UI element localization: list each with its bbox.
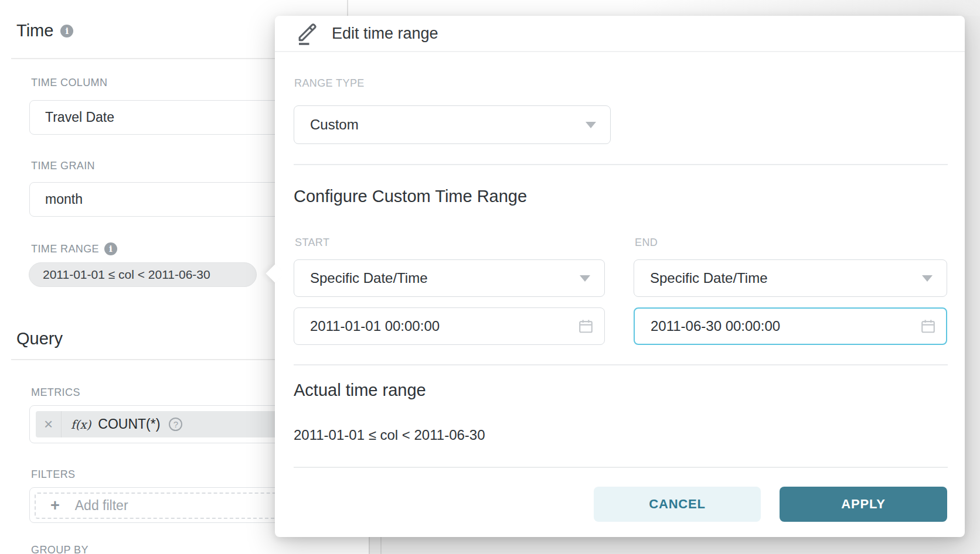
time-range-label-text: TIME RANGE	[31, 243, 99, 255]
modal-title: Edit time range	[332, 25, 438, 43]
modal-section-divider	[294, 364, 948, 365]
start-label: START	[295, 237, 329, 249]
cancel-button[interactable]: CANCEL	[594, 487, 761, 522]
remove-metric-icon[interactable]: ×	[36, 411, 62, 437]
time-range-pill-value: 2011-01-01 ≤ col < 2011-06-30	[43, 268, 210, 282]
filters-label: FILTERS	[31, 468, 75, 481]
panel-separator	[347, 0, 348, 16]
info-icon[interactable]: i	[104, 242, 117, 255]
actual-time-range-value: 2011-01-01 ≤ col < 2011-06-30	[294, 427, 485, 443]
modal-section-divider	[294, 164, 948, 165]
configure-heading: Configure Custom Time Range	[294, 187, 527, 206]
plus-icon: +	[50, 497, 60, 515]
function-icon: f(x)	[71, 418, 91, 432]
chevron-down-icon	[586, 122, 596, 128]
chevron-down-icon	[580, 275, 590, 282]
query-section-title: Query	[16, 329, 63, 348]
end-type-value: Specific Date/Time	[650, 270, 768, 286]
range-type-value: Custom	[310, 117, 359, 133]
apply-button[interactable]: APPLY	[780, 487, 947, 522]
panel-separator-bottom-left	[369, 537, 370, 554]
question-icon[interactable]: ?	[169, 418, 182, 431]
edit-time-range-modal: Edit time range RANGE TYPE Custom Config…	[275, 16, 965, 537]
time-column-value: Travel Date	[45, 110, 114, 125]
time-section-label: Time	[16, 21, 53, 40]
time-range-label: TIME RANGE i	[31, 242, 117, 255]
edit-pencil-icon	[294, 21, 318, 46]
time-column-label: TIME COLUMN	[31, 77, 107, 89]
range-type-select[interactable]: Custom	[294, 105, 611, 144]
end-datetime-input[interactable]	[634, 307, 947, 345]
actual-time-range-heading: Actual time range	[294, 381, 426, 400]
page-background-top	[347, 0, 980, 16]
end-label: END	[635, 237, 658, 249]
info-icon[interactable]: i	[60, 25, 73, 37]
time-grain-value: month	[45, 191, 83, 207]
start-datetime-input[interactable]	[294, 307, 605, 345]
range-type-label: RANGE TYPE	[294, 77, 365, 90]
modal-footer-divider	[294, 467, 948, 468]
add-filter-label: Add filter	[75, 498, 128, 514]
metric-name: COUNT(*)	[98, 416, 160, 432]
query-section-label: Query	[16, 329, 63, 348]
start-type-value: Specific Date/Time	[310, 270, 428, 286]
panel-separator-bottom-right	[380, 537, 382, 554]
end-type-select[interactable]: Specific Date/Time	[634, 259, 947, 297]
group-by-label: GROUP BY	[31, 544, 89, 554]
start-type-select[interactable]: Specific Date/Time	[294, 259, 605, 297]
metrics-label: METRICS	[31, 387, 80, 399]
time-section-title: Time i	[16, 21, 73, 40]
time-grain-label: TIME GRAIN	[31, 160, 95, 172]
chevron-down-icon	[922, 275, 933, 282]
modal-header: Edit time range	[275, 16, 965, 52]
time-range-pill[interactable]: 2011-01-01 ≤ col < 2011-06-30	[29, 262, 257, 287]
